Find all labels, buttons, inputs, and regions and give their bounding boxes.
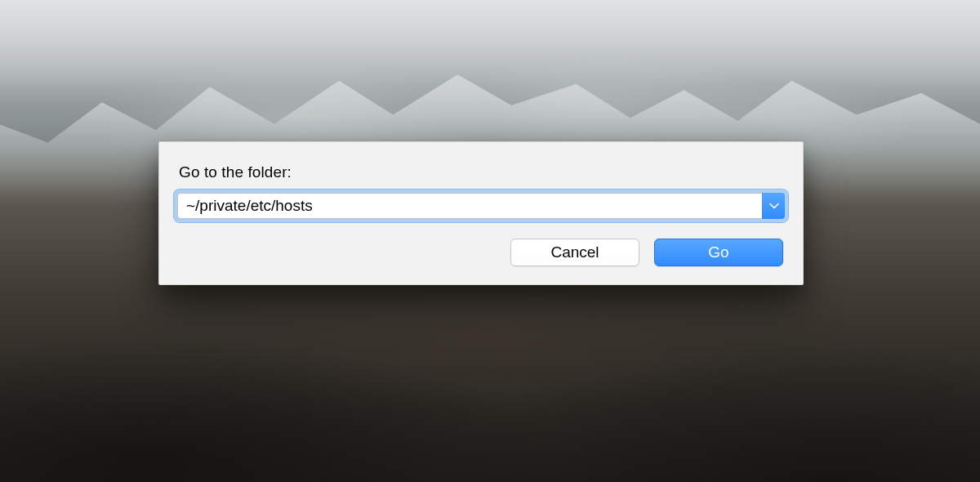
folder-path-input[interactable] xyxy=(177,193,785,219)
dialog-prompt-label: Go to the folder: xyxy=(179,163,785,181)
dialog-button-row: Cancel Go xyxy=(177,239,785,268)
chevron-down-icon xyxy=(769,203,779,209)
folder-path-combobox xyxy=(177,193,785,219)
wallpaper-fog xyxy=(0,0,980,106)
go-to-folder-dialog: Go to the folder: Cancel Go xyxy=(158,141,804,285)
go-button[interactable]: Go xyxy=(654,239,783,266)
cancel-button[interactable]: Cancel xyxy=(510,239,639,266)
path-history-dropdown-button[interactable] xyxy=(762,193,785,219)
